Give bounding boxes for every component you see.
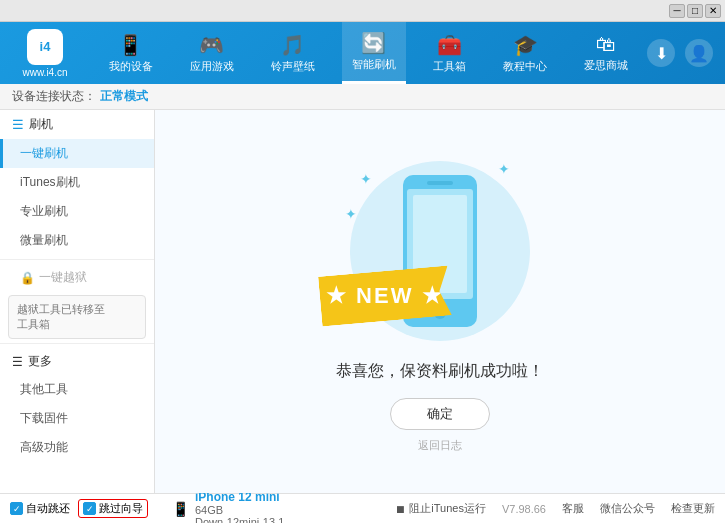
nav-items: 📱 我的设备 🎮 应用游戏 🎵 铃声壁纸 🔄 智能刷机 🧰 工具箱 🎓 教程中心… <box>90 22 647 84</box>
toolbox-icon: 🧰 <box>437 33 462 57</box>
service-link[interactable]: 客服 <box>562 501 584 516</box>
user-button[interactable]: 👤 <box>685 39 713 67</box>
nav-istore[interactable]: 🛍 爱思商城 <box>574 22 638 84</box>
logo-text: www.i4.cn <box>22 67 67 78</box>
skip-wizard-checkbox[interactable]: 跳过向导 <box>78 499 148 518</box>
maximize-button[interactable]: □ <box>687 4 703 18</box>
main-layout: ☰ 刷机 一键刷机 iTunes刷机 专业刷机 微量刷机 🔒 一键越狱 越狱工具… <box>0 110 725 493</box>
success-text: 恭喜您，保资料刷机成功啦！ <box>336 361 544 382</box>
success-illustration: ★ NEW ★ ✦ ✦ ✦ <box>330 151 550 351</box>
sidebar-locked-jailbreak: 🔒 一键越狱 <box>0 264 154 291</box>
more-section-icon: ☰ <box>12 355 23 369</box>
nav-my-device[interactable]: 📱 我的设备 <box>99 22 163 84</box>
nav-toolbox[interactable]: 🧰 工具箱 <box>423 22 476 84</box>
device-info: 📱 iPhone 12 mini 64GB Down-12mini-13.1 <box>172 490 284 524</box>
download-button[interactable]: ⬇ <box>647 39 675 67</box>
sparkle-2: ✦ <box>498 161 510 177</box>
device-storage: 64GB <box>195 504 284 516</box>
ringtones-icon: 🎵 <box>280 33 305 57</box>
tutorials-icon: 🎓 <box>513 33 538 57</box>
device-model: Down-12mini-13.1 <box>195 516 284 524</box>
sidebar-note-jailbreak: 越狱工具已转移至工具箱 <box>8 295 146 339</box>
version-text: V7.98.66 <box>502 503 546 515</box>
content-area: ★ NEW ★ ✦ ✦ ✦ 恭喜您，保资料刷机成功啦！ 确定 返回日志 <box>155 110 725 493</box>
auto-jump-check-icon <box>10 502 23 515</box>
sparkle-3: ✦ <box>345 206 357 222</box>
title-bar: ─ □ ✕ <box>0 0 725 22</box>
sparkle-1: ✦ <box>360 171 372 187</box>
istore-icon: 🛍 <box>596 33 616 56</box>
new-ribbon: ★ NEW ★ <box>318 265 452 326</box>
bottom-left: 自动跳还 跳过向导 📱 iPhone 12 mini 64GB Down-12m… <box>10 490 395 524</box>
wechat-link[interactable]: 微信公众号 <box>600 501 655 516</box>
logo-icon: i4 <box>27 29 63 65</box>
status-bar: 设备连接状态： 正常模式 <box>0 84 725 110</box>
bottom-right: ⏹ 阻止iTunes运行 V7.98.66 客服 微信公众号 检查更新 <box>395 501 715 516</box>
device-icon: 📱 <box>118 33 143 57</box>
sidebar-item-advanced[interactable]: 高级功能 <box>0 433 154 462</box>
sidebar-item-one-click-flash[interactable]: 一键刷机 <box>0 139 154 168</box>
confirm-button[interactable]: 确定 <box>390 398 490 430</box>
header: i4 www.i4.cn 📱 我的设备 🎮 应用游戏 🎵 铃声壁纸 🔄 智能刷机… <box>0 22 725 84</box>
nav-tutorials[interactable]: 🎓 教程中心 <box>493 22 557 84</box>
nav-smart-flash[interactable]: 🔄 智能刷机 <box>342 22 406 84</box>
status-value: 正常模式 <box>100 88 148 105</box>
svg-rect-4 <box>427 181 453 185</box>
close-button[interactable]: ✕ <box>705 4 721 18</box>
sidebar-divider-2 <box>0 343 154 344</box>
update-link[interactable]: 检查更新 <box>671 501 715 516</box>
flash-section-icon: ☰ <box>12 117 24 132</box>
nav-ringtones[interactable]: 🎵 铃声壁纸 <box>261 22 325 84</box>
skip-wizard-check-icon <box>83 502 96 515</box>
sidebar-item-pro-flash[interactable]: 专业刷机 <box>0 197 154 226</box>
sidebar-divider-1 <box>0 259 154 260</box>
status-label: 设备连接状态： <box>12 88 96 105</box>
nav-apps-games[interactable]: 🎮 应用游戏 <box>180 22 244 84</box>
sidebar-item-other-tools[interactable]: 其他工具 <box>0 375 154 404</box>
sidebar-item-itunes-flash[interactable]: iTunes刷机 <box>0 168 154 197</box>
more-section-title: ☰ 更多 <box>0 348 154 375</box>
apps-icon: 🎮 <box>199 33 224 57</box>
stop-itunes-icon: ⏹ <box>395 503 406 515</box>
sidebar-item-download-firmware[interactable]: 下载固件 <box>0 404 154 433</box>
minimize-button[interactable]: ─ <box>669 4 685 18</box>
back-link[interactable]: 返回日志 <box>418 438 462 453</box>
stop-itunes-button[interactable]: ⏹ 阻止iTunes运行 <box>395 501 486 516</box>
flash-section-title: ☰ 刷机 <box>0 110 154 139</box>
logo: i4 www.i4.cn <box>0 23 90 84</box>
sidebar: ☰ 刷机 一键刷机 iTunes刷机 专业刷机 微量刷机 🔒 一键越狱 越狱工具… <box>0 110 155 493</box>
bottom-bar: 自动跳还 跳过向导 📱 iPhone 12 mini 64GB Down-12m… <box>0 493 725 523</box>
nav-right: ⬇ 👤 <box>647 39 725 67</box>
sidebar-item-save-flash[interactable]: 微量刷机 <box>0 226 154 255</box>
device-phone-icon: 📱 <box>172 501 189 517</box>
flash-icon: 🔄 <box>361 31 386 55</box>
auto-jump-checkbox[interactable]: 自动跳还 <box>10 501 70 516</box>
